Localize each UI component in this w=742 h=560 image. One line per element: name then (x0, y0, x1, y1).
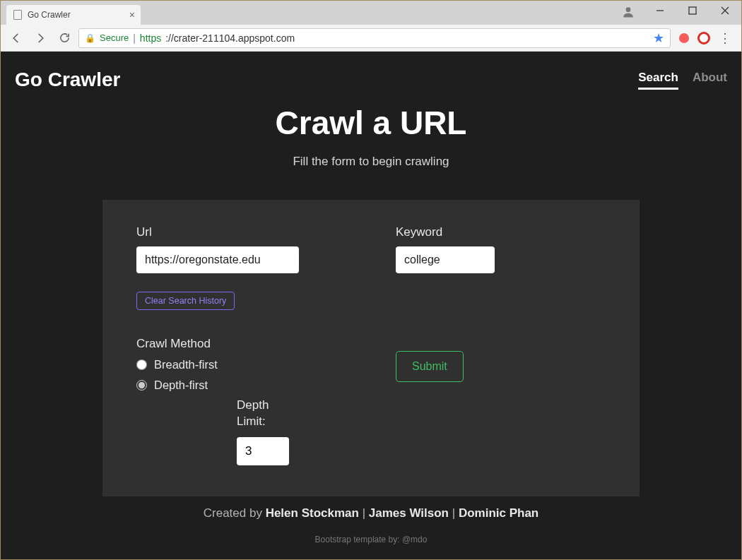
depth-first-label: Depth-first (154, 379, 208, 392)
opera-extension-icon[interactable] (697, 32, 710, 44)
hero-section: Crawl a URL Fill the form to begin crawl… (1, 104, 741, 169)
footer-credits: Created by Helen Stockman | James Wilson… (1, 506, 741, 520)
browser-tab[interactable]: Go Crawler × (6, 5, 141, 25)
breadth-first-radio[interactable] (136, 359, 147, 370)
crawl-method-block: Crawl Method Breadth-first Depth-first D… (136, 337, 346, 465)
depth-first-radio[interactable] (136, 380, 147, 391)
site-header: Go Crawler Search About (1, 52, 741, 98)
url-separator: | (133, 32, 136, 44)
depth-limit-block: Depth Limit: (237, 398, 346, 465)
author-2: James Wilson (369, 506, 449, 520)
tab-title: Go Crawler (28, 10, 71, 20)
page-content: Go Crawler Search About Crawl a URL Fill… (1, 52, 741, 559)
browser-window: Go Crawler × 🔒 (0, 0, 742, 560)
author-1: Helen Stockman (266, 506, 359, 520)
url-label: Url (136, 225, 346, 239)
depth-input[interactable] (237, 437, 289, 465)
maximize-button[interactable] (676, 1, 709, 20)
form-card: Url Clear Search History Crawl Method Br… (102, 200, 640, 496)
secure-label: Secure (100, 32, 129, 43)
brand-title: Go Crawler (15, 68, 120, 91)
page-subtitle: Fill the form to begin crawling (1, 155, 741, 169)
footer-template-credit: Bootstrap template by: @mdo (1, 535, 741, 544)
depth-first-option[interactable]: Depth-first (136, 379, 346, 392)
depth-limit-label: Depth Limit: (237, 398, 346, 430)
page-title: Crawl a URL (1, 104, 741, 142)
lock-icon: 🔒 (85, 33, 95, 43)
forward-button[interactable] (30, 28, 50, 48)
back-button[interactable] (6, 28, 26, 48)
url-rest: ://crater-211104.appspot.com (165, 32, 295, 44)
close-tab-icon[interactable]: × (129, 9, 135, 20)
form-left-column: Url Clear Search History Crawl Method Br… (136, 225, 346, 465)
keyword-input[interactable] (396, 246, 495, 273)
address-bar[interactable]: 🔒 Secure | https://crater-211104.appspot… (78, 28, 671, 48)
extension-icon[interactable] (679, 33, 689, 43)
svg-rect-2 (689, 7, 696, 14)
submit-button[interactable]: Submit (396, 351, 464, 382)
keyword-label: Keyword (396, 225, 606, 239)
author-3: Dominic Phan (459, 506, 538, 520)
nav-search-link[interactable]: Search (638, 71, 678, 90)
file-icon (13, 10, 22, 20)
url-input[interactable] (136, 246, 299, 273)
breadth-first-label: Breadth-first (154, 358, 218, 371)
form-right-column: Keyword Submit (396, 225, 606, 465)
breadth-first-option[interactable]: Breadth-first (136, 358, 346, 371)
menu-icon[interactable]: ⋮ (719, 30, 731, 46)
bookmark-star-icon[interactable]: ★ (653, 30, 664, 46)
url-protocol: https (140, 32, 161, 44)
method-label: Crawl Method (136, 337, 346, 351)
close-window-button[interactable] (709, 1, 741, 20)
nav-links: Search About (638, 71, 727, 90)
window-controls (644, 1, 741, 20)
clear-history-button[interactable]: Clear Search History (136, 292, 235, 310)
svg-point-0 (626, 7, 631, 12)
toolbar-right-icons: ⋮ (675, 30, 736, 46)
profile-icon[interactable] (621, 5, 635, 19)
browser-toolbar: 🔒 Secure | https://crater-211104.appspot… (1, 25, 741, 52)
minimize-button[interactable] (644, 1, 676, 20)
reload-button[interactable] (54, 28, 74, 48)
nav-about-link[interactable]: About (693, 71, 727, 90)
window-title-bar: Go Crawler × (1, 1, 741, 25)
